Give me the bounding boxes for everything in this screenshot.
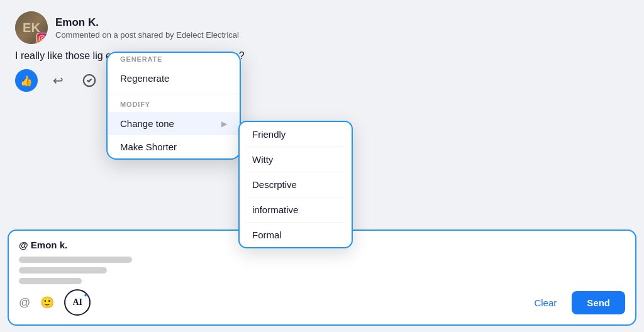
tone-informative-label: informative bbox=[252, 204, 298, 215]
tone-witty[interactable]: Witty bbox=[240, 147, 352, 172]
reply-bottom: @ 🙂 AI ✦ Clear Send bbox=[19, 289, 625, 316]
change-tone-item[interactable]: Change tone ▶ bbox=[108, 112, 240, 135]
menu-divider bbox=[108, 94, 240, 94]
generate-section-label: GENERATE bbox=[108, 53, 240, 67]
like-button[interactable]: 👍 bbox=[15, 69, 38, 92]
make-shorter-item[interactable]: Make Shorter bbox=[108, 135, 240, 158]
tone-friendly-label: Friendly bbox=[252, 129, 286, 140]
reply-line-2 bbox=[19, 267, 107, 274]
generate-menu-wrapper: GENERATE Regenerate MODIFY Change tone ▶… bbox=[106, 52, 241, 160]
clear-button[interactable]: Clear bbox=[526, 292, 564, 313]
modify-section-label: MODIFY bbox=[108, 98, 240, 112]
ai-star-icon: ✦ bbox=[83, 292, 88, 299]
svg-point-1 bbox=[41, 37, 43, 39]
tone-friendly[interactable]: Friendly bbox=[240, 122, 352, 147]
reply-button[interactable]: ↩ bbox=[47, 69, 69, 92]
check-button[interactable] bbox=[78, 69, 101, 92]
user-subtitle: Commented on a post shared by Edelect El… bbox=[55, 30, 239, 40]
tone-menu: Friendly Witty Descrptive informative Fo… bbox=[238, 121, 353, 248]
user-name: Emon K. bbox=[55, 16, 239, 29]
tone-formal-label: Formal bbox=[252, 230, 282, 240]
user-header: EK Emon K. Commented on a post shared by… bbox=[15, 11, 629, 44]
main-container: EK Emon K. Commented on a post shared by… bbox=[0, 0, 644, 332]
tone-menu-wrapper: Friendly Witty Descrptive informative Fo… bbox=[238, 121, 353, 248]
reply-icons: @ 🙂 AI ✦ bbox=[19, 289, 91, 316]
reply-lines bbox=[19, 257, 625, 284]
tone-formal[interactable]: Formal bbox=[240, 223, 352, 247]
change-tone-label: Change tone bbox=[120, 118, 174, 129]
send-button[interactable]: Send bbox=[572, 291, 625, 314]
svg-point-2 bbox=[43, 36, 44, 37]
chevron-right-icon: ▶ bbox=[221, 119, 227, 128]
attachment-icon[interactable]: @ bbox=[19, 296, 30, 309]
tone-witty-label: Witty bbox=[252, 154, 273, 165]
regenerate-item[interactable]: Regenerate bbox=[108, 67, 240, 90]
make-shorter-label: Make Shorter bbox=[120, 141, 177, 152]
instagram-badge bbox=[36, 33, 48, 44]
generate-menu: GENERATE Regenerate MODIFY Change tone ▶… bbox=[106, 52, 241, 160]
ai-label: AI bbox=[73, 297, 83, 307]
regenerate-label: Regenerate bbox=[120, 73, 169, 84]
reply-line-3 bbox=[19, 278, 82, 284]
emoji-icon[interactable]: 🙂 bbox=[40, 296, 54, 309]
user-info: Emon K. Commented on a post shared by Ed… bbox=[55, 16, 239, 40]
tone-descriptive[interactable]: Descrptive bbox=[240, 172, 352, 197]
tone-informative[interactable]: informative bbox=[240, 197, 352, 222]
tone-descriptive-label: Descrptive bbox=[252, 179, 297, 190]
post-area: EK Emon K. Commented on a post shared by… bbox=[0, 0, 644, 92]
reply-line-1 bbox=[19, 257, 132, 263]
avatar: EK bbox=[15, 11, 48, 44]
reply-actions: Clear Send bbox=[526, 291, 625, 314]
ai-button[interactable]: AI ✦ bbox=[64, 289, 91, 316]
